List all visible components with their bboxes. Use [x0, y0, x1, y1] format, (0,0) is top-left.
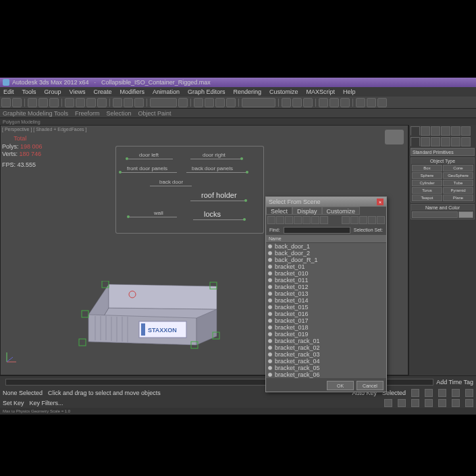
helpers-subtab[interactable]: [451, 137, 460, 147]
list-item[interactable]: bracket_016: [266, 311, 386, 317]
list-item[interactable]: bracket_018: [266, 324, 386, 331]
menu-maxscript[interactable]: MAXScript: [305, 88, 338, 96]
scene-object-list[interactable]: back_door_1back_door_2back_door_R_1brack…: [266, 243, 386, 378]
display-tab[interactable]: [451, 126, 460, 136]
list-item[interactable]: bracket_017: [266, 317, 386, 324]
list-item[interactable]: bracket_rack_05: [266, 365, 386, 371]
curve-editor-button[interactable]: [319, 98, 328, 107]
select-invert-icon[interactable]: [359, 216, 367, 224]
geosphere-button[interactable]: GeoSphere: [443, 172, 473, 179]
filter-spacewarp-icon[interactable]: [311, 216, 319, 224]
align-button[interactable]: [292, 98, 302, 107]
list-item[interactable]: bracket_011: [266, 277, 386, 284]
menu-views[interactable]: Views: [68, 88, 88, 96]
ribbon-tab-selection[interactable]: Selection: [106, 110, 131, 117]
dialog-tab-display[interactable]: Display: [292, 207, 322, 215]
play-button[interactable]: [411, 389, 419, 397]
rectselect-button[interactable]: [86, 98, 96, 107]
cameras-subtab[interactable]: [441, 137, 450, 147]
ribbon-tab-graphite[interactable]: Graphite Modeling Tools: [3, 110, 68, 117]
undo-button[interactable]: [1, 98, 11, 107]
select-all-icon[interactable]: [342, 216, 350, 224]
cylinder-button[interactable]: Cylinder: [412, 180, 442, 186]
object-color-swatch[interactable]: [458, 211, 474, 218]
list-item[interactable]: bracket_rack_04: [266, 358, 386, 365]
menu-group[interactable]: Group: [43, 88, 63, 96]
menu-tools[interactable]: Tools: [20, 88, 38, 96]
menu-rendering[interactable]: Rendering: [232, 88, 264, 96]
orbit-button[interactable]: [452, 399, 460, 407]
mirror-button[interactable]: [282, 98, 291, 107]
expand-icon[interactable]: [368, 216, 376, 224]
render-button[interactable]: [377, 98, 387, 107]
viewport-label[interactable]: [ Perspective ] [ Shaded + EdgedFaces ]: [2, 127, 87, 132]
zoom-all-button[interactable]: [398, 399, 406, 407]
move-button[interactable]: [113, 98, 122, 107]
create-tab[interactable]: [411, 126, 420, 136]
menu-grapheditors[interactable]: Graph Editors: [186, 88, 228, 96]
list-item[interactable]: bracket_rack_01: [266, 338, 386, 344]
spinner-snap-button[interactable]: [226, 98, 236, 107]
rollout-objecttype[interactable]: Object Type: [411, 158, 474, 164]
sphere-button[interactable]: Sphere: [412, 172, 442, 179]
filter-bone-icon[interactable]: [320, 216, 328, 224]
prev-frame-button[interactable]: [438, 389, 446, 397]
box-button[interactable]: Box: [412, 165, 442, 171]
filter-geom-icon[interactable]: [267, 216, 275, 224]
filter-light-icon[interactable]: [285, 216, 293, 224]
refcoord-button[interactable]: [150, 98, 177, 107]
fov-button[interactable]: [425, 399, 433, 407]
list-item[interactable]: bracket_015: [266, 304, 386, 311]
filter-helper-icon[interactable]: [302, 216, 311, 224]
teapot-button[interactable]: Teapot: [412, 194, 442, 201]
render-setup-button[interactable]: [356, 98, 365, 107]
menu-help[interactable]: Help: [341, 88, 358, 96]
maxscript-listener[interactable]: Max to Physics Geometry Scale = 1.0: [0, 408, 476, 415]
render-frame-button[interactable]: [367, 98, 376, 107]
maximize-button[interactable]: [465, 399, 473, 407]
zoom-extents-button[interactable]: [411, 399, 419, 407]
list-item[interactable]: bracket_012: [266, 284, 386, 290]
window-crossing-button[interactable]: [97, 98, 107, 107]
dialog-tab-select[interactable]: Select: [266, 207, 292, 215]
list-item[interactable]: back_door_1: [266, 243, 386, 250]
keyfilters-button[interactable]: Key Filters...: [30, 400, 63, 406]
material-editor-button[interactable]: [340, 98, 350, 107]
container-model[interactable]: STAXXON: [75, 281, 230, 362]
setkey-button[interactable]: Set Key: [3, 400, 24, 406]
bind-button[interactable]: [49, 98, 59, 107]
menu-edit[interactable]: Edit: [1, 88, 16, 96]
list-item[interactable]: bracket_rack_06: [266, 371, 386, 378]
select-button[interactable]: [65, 98, 74, 107]
goto-start-button[interactable]: [425, 389, 433, 397]
pyramid-button[interactable]: Pyramid: [443, 187, 473, 194]
list-item[interactable]: bracket_019: [266, 331, 386, 338]
collapse-icon[interactable]: [377, 216, 385, 224]
menu-create[interactable]: Create: [91, 88, 113, 96]
menu-animation[interactable]: Animation: [151, 88, 182, 96]
lights-subtab[interactable]: [431, 137, 440, 147]
schematic-button[interactable]: [329, 98, 339, 107]
filter-camera-icon[interactable]: [294, 216, 302, 224]
list-item[interactable]: bracket_rack_03: [266, 351, 386, 358]
zoom-button[interactable]: [384, 399, 392, 407]
tube-button[interactable]: Tube: [443, 180, 473, 186]
list-item[interactable]: back_door_2: [266, 250, 386, 257]
spacewarps-subtab[interactable]: [461, 137, 471, 147]
dialog-tab-customize[interactable]: Customize: [322, 207, 361, 215]
addtag-button[interactable]: Add Time Tag: [436, 379, 473, 386]
snap-button[interactable]: [194, 98, 203, 107]
cancel-button[interactable]: Cancel: [356, 381, 384, 390]
pan-button[interactable]: [438, 399, 446, 407]
scale-button[interactable]: [134, 98, 144, 107]
percent-snap-button[interactable]: [215, 98, 225, 107]
close-icon[interactable]: ×: [377, 199, 384, 205]
unlink-button[interactable]: [38, 98, 48, 107]
list-item[interactable]: bracket_014: [266, 297, 386, 304]
list-item[interactable]: bracket_013: [266, 290, 386, 297]
list-item[interactable]: bracket_01: [266, 263, 386, 270]
ribbon-tab-objectpaint[interactable]: Object Paint: [138, 110, 171, 117]
link-button[interactable]: [28, 98, 37, 107]
ok-button[interactable]: OK: [327, 381, 354, 390]
named-sel-button[interactable]: [242, 98, 275, 107]
